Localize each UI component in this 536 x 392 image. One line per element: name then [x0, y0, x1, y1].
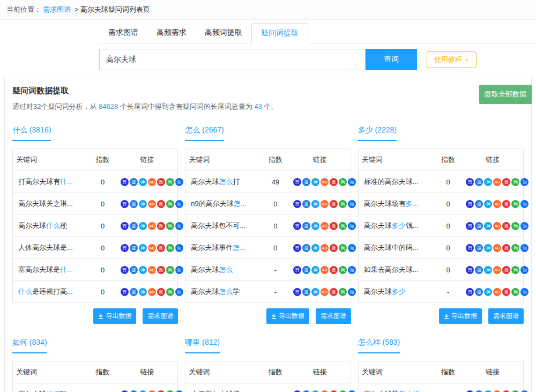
so360-icon[interactable]: 搜	[302, 266, 310, 274]
aizhan-icon[interactable]: AB	[148, 178, 156, 186]
zhihu-icon[interactable]: 知	[348, 222, 356, 230]
keyword-link[interactable]: 高尔夫球事件怎...	[185, 237, 262, 259]
shenma-icon[interactable]: 神	[311, 266, 319, 274]
shenma-icon[interactable]: 神	[139, 200, 147, 208]
sogou-icon[interactable]: 狗	[339, 200, 347, 208]
so360-icon[interactable]: 搜	[475, 178, 483, 186]
aizhan-icon[interactable]: AB	[321, 288, 329, 296]
card-title[interactable]: 怎么 (2667)	[185, 125, 224, 141]
keyword-link[interactable]: 人体高尔夫球是...	[13, 237, 89, 259]
zhihu-icon[interactable]: 知	[175, 266, 183, 274]
weibo-icon[interactable]: 微	[502, 222, 510, 230]
zhihu-icon[interactable]: 知	[175, 288, 183, 296]
demand-map-button[interactable]: 需求图谱	[316, 308, 351, 324]
keyword-link[interactable]: 高尔夫球怎么打	[185, 171, 262, 193]
sogou-icon[interactable]: 狗	[166, 222, 174, 230]
sogou-icon[interactable]: 狗	[511, 244, 519, 252]
sogou-icon[interactable]: 狗	[511, 222, 519, 230]
so360-icon[interactable]: 搜	[475, 288, 483, 296]
card-title[interactable]: 如何 (834)	[12, 338, 47, 353]
card-title[interactable]: 哪里 (812)	[185, 338, 220, 353]
aizhan-icon[interactable]: AB	[321, 222, 329, 230]
weibo-icon[interactable]: 微	[330, 266, 338, 274]
baidu-icon[interactable]: 百	[121, 288, 129, 296]
keyword-link[interactable]: 什么是违规打高...	[13, 281, 89, 303]
keyword-link[interactable]: 高尔夫球草怎么样	[358, 383, 434, 392]
aizhan-icon[interactable]: AB	[493, 222, 501, 230]
shenma-icon[interactable]: 神	[484, 266, 492, 274]
sogou-icon[interactable]: 狗	[511, 178, 519, 186]
sogou-icon[interactable]: 狗	[511, 288, 519, 296]
shenma-icon[interactable]: 神	[484, 244, 492, 252]
keyword-link[interactable]: 高尔夫球中的码...	[358, 237, 434, 259]
aizhan-icon[interactable]: AB	[148, 200, 156, 208]
keyword-link[interactable]: 标准的高尔夫球...	[358, 171, 434, 193]
shenma-icon[interactable]: 神	[484, 288, 492, 296]
weibo-icon[interactable]: 微	[157, 222, 165, 230]
keyword-link[interactable]: 高尔夫球关之琳...	[13, 193, 89, 215]
sogou-icon[interactable]: 狗	[339, 222, 347, 230]
baidu-icon[interactable]: 百	[293, 266, 301, 274]
tab-high-freq-words[interactable]: 高频词提取	[196, 23, 251, 43]
sogou-icon[interactable]: 狗	[166, 200, 174, 208]
shenma-icon[interactable]: 神	[311, 178, 319, 186]
zhihu-icon[interactable]: 知	[348, 244, 356, 252]
weibo-icon[interactable]: 微	[157, 178, 165, 186]
zhihu-icon[interactable]: 知	[520, 222, 528, 230]
sogou-icon[interactable]: 狗	[511, 200, 519, 208]
aizhan-icon[interactable]: AB	[493, 200, 501, 208]
baidu-icon[interactable]: 百	[121, 200, 129, 208]
sogou-icon[interactable]: 狗	[339, 288, 347, 296]
baidu-icon[interactable]: 百	[466, 244, 474, 252]
shenma-icon[interactable]: 神	[484, 200, 492, 208]
shenma-icon[interactable]: 神	[311, 244, 319, 252]
baidu-icon[interactable]: 百	[293, 288, 301, 296]
tab-high-freq-demand[interactable]: 高频需求	[147, 23, 196, 43]
aizhan-icon[interactable]: AB	[148, 222, 156, 230]
aizhan-icon[interactable]: AB	[148, 244, 156, 252]
demand-map-button[interactable]: 需求图谱	[143, 308, 178, 324]
keyword-link[interactable]: 塞高尔夫球是什...	[13, 259, 89, 281]
weibo-icon[interactable]: 微	[330, 200, 338, 208]
card-title[interactable]: 怎么样 (583)	[358, 338, 400, 353]
keyword-link[interactable]: 高尔夫球包不可...	[185, 215, 262, 237]
baidu-icon[interactable]: 百	[293, 244, 301, 252]
shenma-icon[interactable]: 神	[484, 222, 492, 230]
baidu-icon[interactable]: 百	[466, 200, 474, 208]
weibo-icon[interactable]: 微	[330, 244, 338, 252]
query-button[interactable]: 查询	[366, 49, 417, 70]
aizhan-icon[interactable]: AB	[321, 244, 329, 252]
export-data-button[interactable]: 导出数据	[439, 308, 482, 324]
baidu-icon[interactable]: 百	[466, 178, 474, 186]
sogou-icon[interactable]: 狗	[339, 266, 347, 274]
keyword-link[interactable]: 高尔夫球什么梗	[13, 215, 89, 237]
keyword-link[interactable]: 如果去高尔夫球...	[358, 259, 434, 281]
aizhan-icon[interactable]: AB	[493, 288, 501, 296]
zhihu-icon[interactable]: 知	[520, 266, 528, 274]
aizhan-icon[interactable]: AB	[493, 266, 501, 274]
sogou-icon[interactable]: 狗	[339, 244, 347, 252]
so360-icon[interactable]: 搜	[302, 222, 310, 230]
zhihu-icon[interactable]: 知	[348, 200, 356, 208]
keyword-link[interactable]: 高尔夫球多少钱...	[358, 215, 434, 237]
keyword-link[interactable]: 高尔夫球多少	[358, 281, 434, 303]
so360-icon[interactable]: 搜	[302, 244, 310, 252]
so360-icon[interactable]: 搜	[130, 178, 138, 186]
aizhan-icon[interactable]: AB	[148, 266, 156, 274]
sogou-icon[interactable]: 狗	[511, 266, 519, 274]
weibo-icon[interactable]: 微	[502, 288, 510, 296]
sogou-icon[interactable]: 狗	[166, 266, 174, 274]
shenma-icon[interactable]: 神	[139, 222, 147, 230]
aizhan-icon[interactable]: AB	[321, 266, 329, 274]
card-title[interactable]: 多少 (2228)	[358, 125, 397, 141]
breadcrumb-link-demand-map[interactable]: 需求图谱	[43, 5, 71, 13]
baidu-icon[interactable]: 百	[466, 288, 474, 296]
so360-icon[interactable]: 搜	[475, 266, 483, 274]
keyword-link[interactable]: 高尔夫球怎么	[185, 259, 262, 281]
baidu-icon[interactable]: 百	[293, 200, 301, 208]
aizhan-icon[interactable]: AB	[493, 244, 501, 252]
baidu-icon[interactable]: 百	[121, 266, 129, 274]
aizhan-icon[interactable]: AB	[148, 288, 156, 296]
weibo-icon[interactable]: 微	[330, 178, 338, 186]
keyword-link[interactable]: n9的高尔夫球怎...	[185, 193, 262, 215]
